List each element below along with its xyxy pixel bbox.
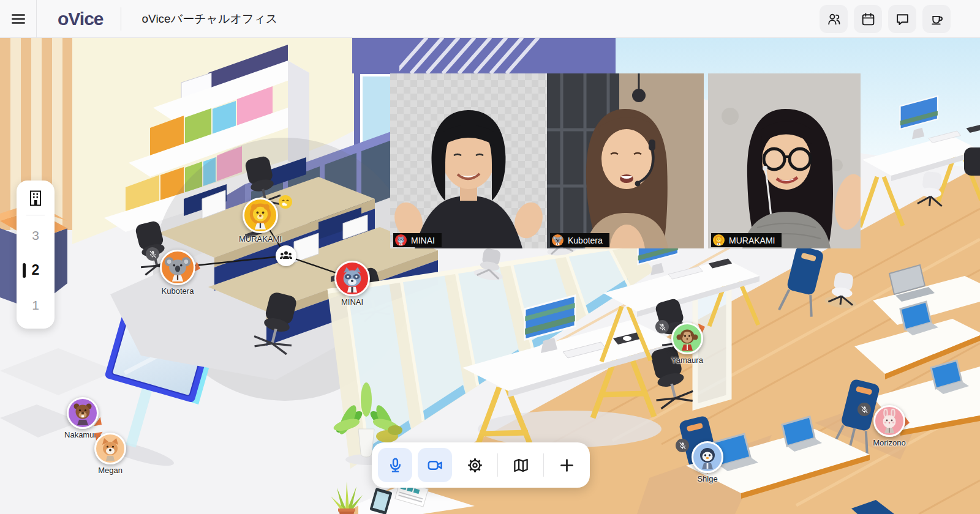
sneeze-reaction-badge bbox=[279, 195, 292, 209]
video-participant-name: Kubotera bbox=[568, 236, 603, 245]
video-minai-frame bbox=[390, 73, 547, 248]
koala-avatar-icon bbox=[552, 234, 564, 246]
floor-1[interactable]: 1 bbox=[17, 288, 55, 322]
direction-pointer bbox=[194, 262, 208, 276]
video-participant-name: MURAKAMI bbox=[729, 236, 775, 245]
microphone-icon bbox=[387, 457, 404, 474]
video-feed-murakami[interactable]: MURAKAMI bbox=[708, 73, 861, 248]
control-toolbar bbox=[372, 442, 590, 488]
raccoon-avatar bbox=[334, 261, 370, 296]
corgi-avatar bbox=[94, 433, 126, 464]
hamburger-menu-button[interactable] bbox=[0, 0, 37, 37]
rabbit-avatar bbox=[873, 405, 905, 437]
header-actions bbox=[820, 5, 951, 33]
video-murakami-frame bbox=[708, 73, 861, 248]
floor-2[interactable]: 2 bbox=[17, 253, 55, 288]
video-name-badge: Kubotera bbox=[550, 233, 609, 247]
video-feed-kubotera[interactable]: Kubotera bbox=[547, 73, 704, 248]
koala-avatar bbox=[160, 250, 195, 285]
floor-3[interactable]: 3 bbox=[17, 218, 55, 253]
participant-murakami[interactable]: MURAKAMI bbox=[224, 198, 297, 244]
participant-megan[interactable]: Megan bbox=[74, 433, 147, 475]
muted-mic-badge bbox=[146, 247, 159, 261]
participant-name: Kubotera bbox=[162, 286, 194, 296]
video-kubotera-frame bbox=[547, 73, 704, 248]
schedule-button[interactable] bbox=[854, 5, 882, 33]
participant-name: Morizono bbox=[873, 438, 905, 447]
microphone-button[interactable] bbox=[378, 448, 412, 482]
participant-minai[interactable]: MINAI bbox=[315, 261, 389, 307]
ovice-app: oVice oViceバーチャルオフィス 3 2 1 bbox=[0, 0, 980, 514]
beaver-avatar bbox=[67, 397, 99, 429]
participant-name: Yamaura bbox=[671, 356, 703, 365]
gear-icon bbox=[467, 457, 483, 474]
participant-kubotera[interactable]: Kubotera bbox=[141, 250, 214, 296]
muted-mic-badge bbox=[655, 320, 669, 333]
calendar-icon bbox=[861, 12, 876, 27]
header-divider bbox=[121, 7, 121, 31]
muted-mic-badge bbox=[858, 403, 871, 416]
people-icon bbox=[826, 12, 842, 27]
active-floor-indicator bbox=[23, 263, 26, 278]
coffee-cup-icon bbox=[929, 12, 944, 27]
hamburger-icon bbox=[10, 11, 26, 27]
map-icon bbox=[513, 457, 529, 474]
meeting-hub[interactable] bbox=[276, 245, 296, 266]
lion-avatar-icon bbox=[713, 234, 725, 246]
ovice-logo[interactable]: oVice bbox=[58, 9, 104, 29]
floor-divider bbox=[26, 215, 45, 215]
toolbar-divider bbox=[543, 453, 544, 477]
video-participant-name: MINAI bbox=[411, 236, 435, 245]
floor-selector: 3 2 1 bbox=[17, 181, 55, 329]
break-room-button[interactable] bbox=[922, 5, 951, 33]
video-feeds: MINAI Kubotera bbox=[390, 73, 861, 248]
members-button[interactable] bbox=[820, 5, 848, 33]
participant-name: Megan bbox=[98, 466, 123, 475]
muted-mic-badge bbox=[676, 439, 689, 452]
participant-name: MURAKAMI bbox=[239, 234, 282, 244]
camera-button[interactable] bbox=[418, 448, 452, 482]
top-bar: oVice oViceバーチャルオフィス bbox=[0, 0, 980, 38]
chat-icon bbox=[895, 12, 910, 27]
video-name-badge: MINAI bbox=[393, 233, 442, 247]
group-meeting-icon bbox=[279, 249, 293, 263]
penguin-avatar bbox=[692, 441, 723, 473]
participant-yamaura[interactable]: Yamaura bbox=[650, 322, 724, 365]
participant-shige[interactable]: Shige bbox=[671, 441, 744, 483]
toolbar-divider bbox=[497, 453, 498, 477]
plus-icon bbox=[559, 457, 575, 474]
camera-icon bbox=[427, 457, 443, 474]
participant-morizono[interactable]: Morizono bbox=[853, 405, 926, 447]
map-button[interactable] bbox=[503, 448, 538, 482]
monkey-avatar bbox=[671, 322, 703, 354]
lion-avatar bbox=[243, 198, 278, 233]
chat-button[interactable] bbox=[888, 5, 916, 33]
participant-name: MINAI bbox=[341, 297, 363, 307]
video-feed-minai[interactable]: MINAI bbox=[390, 73, 547, 248]
direction-pointer bbox=[903, 417, 916, 429]
add-button[interactable] bbox=[549, 448, 584, 482]
space-title: oViceバーチャルオフィス bbox=[142, 11, 278, 27]
video-name-badge: MURAKAMI bbox=[711, 233, 782, 247]
building-icon bbox=[26, 189, 45, 207]
settings-button[interactable] bbox=[458, 448, 492, 482]
raccoon-avatar-icon bbox=[395, 234, 407, 246]
